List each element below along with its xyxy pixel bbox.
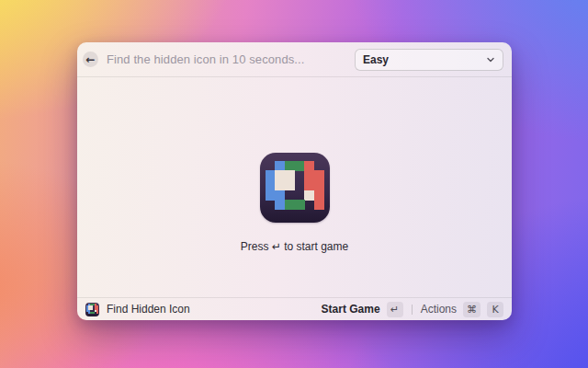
return-key-icon: ↵: [387, 302, 403, 317]
start-game-label: Start Game: [322, 303, 380, 316]
footer-app-chip: Find Hidden Icon: [85, 303, 190, 316]
footer-separator: [412, 305, 413, 315]
actions-button[interactable]: Actions ⌘ K: [421, 302, 503, 317]
footer-actions: Start Game ↵ Actions ⌘ K: [322, 302, 503, 317]
window-footer: Find Hidden Icon Start Game ↵ Actions ⌘ …: [77, 297, 512, 320]
command-key-icon: ⌘: [463, 302, 481, 317]
window-content: Press ↵ to start game: [77, 77, 512, 297]
difficulty-selected-value: Easy: [363, 53, 389, 66]
start-game-button[interactable]: Start Game ↵: [322, 302, 403, 317]
page-title: Find the hidden icon in 10 seconds...: [107, 52, 304, 66]
start-game-hint: Press ↵ to start game: [241, 240, 348, 253]
chevron-down-icon: [486, 55, 495, 64]
raycast-window: ← Find the hidden icon in 10 seconds... …: [77, 42, 512, 320]
actions-label: Actions: [421, 303, 457, 316]
difficulty-dropdown[interactable]: Easy: [355, 49, 503, 71]
desktop-background: { "window": { "header": { "back_icon": "…: [0, 0, 588, 368]
app-name-label: Find Hidden Icon: [107, 303, 190, 316]
back-button[interactable]: ←: [83, 52, 98, 67]
game-app-icon: [260, 153, 330, 223]
k-key-icon: K: [487, 302, 503, 317]
window-header: ← Find the hidden icon in 10 seconds... …: [77, 42, 512, 77]
app-mini-icon: [85, 303, 99, 316]
back-arrow-icon: ←: [85, 53, 95, 66]
